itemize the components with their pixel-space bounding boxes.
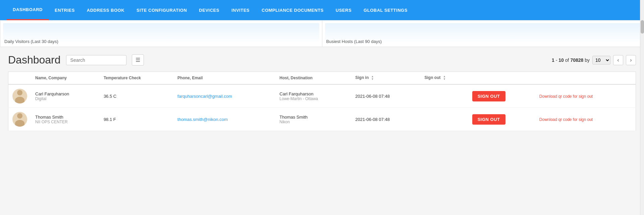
prev-page-button[interactable]: ‹: [613, 55, 623, 65]
nav-item-entries[interactable]: ENTRIES: [49, 0, 81, 20]
filter-button[interactable]: ☰: [132, 54, 144, 66]
col-sign-out-btn: [468, 72, 535, 85]
destination: Nikon: [279, 120, 347, 124]
download-cell: Download qr code for sign out: [535, 84, 636, 108]
visitor-name: Carl Farquharson: [35, 91, 96, 96]
sort-down-icon[interactable]: ▼: [371, 78, 374, 81]
table-row: Carl Farquharson Digital 36.5 Cfarquhars…: [8, 84, 636, 108]
col-download: [535, 72, 636, 85]
avatar: [12, 89, 27, 103]
host-destination-cell: Carl Farquharson Lowe-Martin - Ottawa: [275, 84, 351, 108]
table-header-row: Name, Company Temperature Check Phone, E…: [8, 72, 636, 85]
scrollbar-thumb[interactable]: [641, 20, 644, 34]
download-qr-link[interactable]: Download qr code for sign out: [539, 117, 593, 122]
page-title: Dashboard: [8, 54, 61, 66]
avatar: [12, 112, 27, 127]
next-page-button[interactable]: ›: [626, 55, 636, 65]
col-phone-email: Phone, Email: [173, 72, 275, 85]
col-host-destination: Host, Destination: [275, 72, 351, 85]
host-name: Thomas Smith: [279, 115, 347, 120]
avatar-cell: [8, 84, 32, 108]
col-name-company: Name, Company: [31, 72, 100, 85]
destination: Lowe-Martin - Ottawa: [279, 96, 347, 101]
pagination: 1 - 10 of 70828 by 10 25 50 100 ‹ ›: [552, 55, 636, 65]
visitor-name: Thomas Smith: [35, 115, 96, 120]
sign-in-cell: 2021-06-08 07:48: [351, 84, 420, 108]
dashboard-title-area: Dashboard ☰: [8, 54, 144, 66]
main-nav: DASHBOARD ENTRIES ADDRESS BOOK SITE CONF…: [0, 0, 644, 20]
nav-item-address-book[interactable]: ADDRESS BOOK: [81, 0, 130, 20]
col-sign-out[interactable]: Sign out ▲ ▼: [421, 72, 468, 85]
table-row: Thomas Smith NII OPS CENTER 98.1 Fthomas…: [8, 108, 636, 131]
busiest-hosts-chart: Busiest Hosts (Last 90 days): [322, 20, 644, 47]
filter-icon: ☰: [136, 57, 140, 63]
nav-item-dashboard[interactable]: DASHBOARD: [7, 0, 49, 20]
daily-visitors-chart: Daily Visitors (Last 30 days): [0, 20, 322, 47]
sign-in-sort[interactable]: ▲ ▼: [371, 75, 374, 81]
email-cell: thomas.smith@nikon.com: [173, 108, 275, 131]
col-avatar: [8, 72, 32, 85]
name-company-cell: Thomas Smith NII OPS CENTER: [31, 108, 100, 131]
visitor-company: NII OPS CENTER: [35, 120, 96, 124]
download-qr-link[interactable]: Download qr code for sign out: [539, 94, 593, 99]
sign-out-btn-cell: SIGN OUT: [468, 84, 535, 108]
search-input[interactable]: [66, 55, 126, 65]
entries-table: Name, Company Temperature Check Phone, E…: [8, 72, 636, 131]
download-cell: Download qr code for sign out: [535, 108, 636, 131]
email-link[interactable]: thomas.smith@nikon.com: [177, 117, 228, 122]
dashboard-header: Dashboard ☰ 1 - 10 of 70828 by 10 25 50 …: [8, 54, 636, 66]
sign-out-time-cell: [421, 108, 468, 131]
name-company-cell: Carl Farquharson Digital: [31, 84, 100, 108]
host-destination-cell: Thomas Smith Nikon: [275, 108, 351, 131]
sort-down-icon[interactable]: ▼: [443, 78, 446, 81]
sign-in-cell: 2021-06-08 07:48: [351, 108, 420, 131]
nav-item-site-config[interactable]: SITE CONFIGURATION: [130, 0, 193, 20]
sign-out-button[interactable]: SIGN OUT: [472, 91, 505, 101]
sign-out-btn-cell: SIGN OUT: [468, 108, 535, 131]
nav-item-global-settings[interactable]: GLOBAL SETTINGS: [358, 0, 414, 20]
avatar-cell: [8, 108, 32, 131]
visitor-company: Digital: [35, 96, 96, 101]
dashboard-section: Dashboard ☰ 1 - 10 of 70828 by 10 25 50 …: [0, 47, 644, 138]
nav-item-compliance[interactable]: COMPLIANCE DOCUMENTS: [256, 0, 330, 20]
charts-row: Daily Visitors (Last 30 days) Busiest Ho…: [0, 20, 644, 47]
pagination-range: 1 - 10 of 70828 by: [552, 57, 590, 63]
sign-out-sort[interactable]: ▲ ▼: [443, 75, 446, 81]
sign-out-time-cell: [421, 84, 468, 108]
nav-item-invites[interactable]: INVITES: [225, 0, 256, 20]
temperature-cell: 36.5 C: [100, 84, 173, 108]
email-cell: farquharsoncarl@gmail.com: [173, 84, 275, 108]
host-name: Carl Farquharson: [279, 91, 347, 96]
nav-item-users[interactable]: USERS: [330, 0, 358, 20]
busiest-hosts-label: Busiest Hosts (Last 90 days): [326, 39, 382, 44]
scrollbar-track[interactable]: [640, 0, 644, 138]
col-sign-in[interactable]: Sign in ▲ ▼: [351, 72, 420, 85]
col-temperature: Temperature Check: [100, 72, 173, 85]
per-page-select[interactable]: 10 25 50 100: [592, 56, 610, 64]
daily-visitors-label: Daily Visitors (Last 30 days): [4, 39, 58, 44]
sign-out-button[interactable]: SIGN OUT: [472, 114, 505, 125]
temperature-cell: 98.1 F: [100, 108, 173, 131]
email-link[interactable]: farquharsoncarl@gmail.com: [177, 94, 232, 99]
nav-item-devices[interactable]: DEVICES: [193, 0, 225, 20]
